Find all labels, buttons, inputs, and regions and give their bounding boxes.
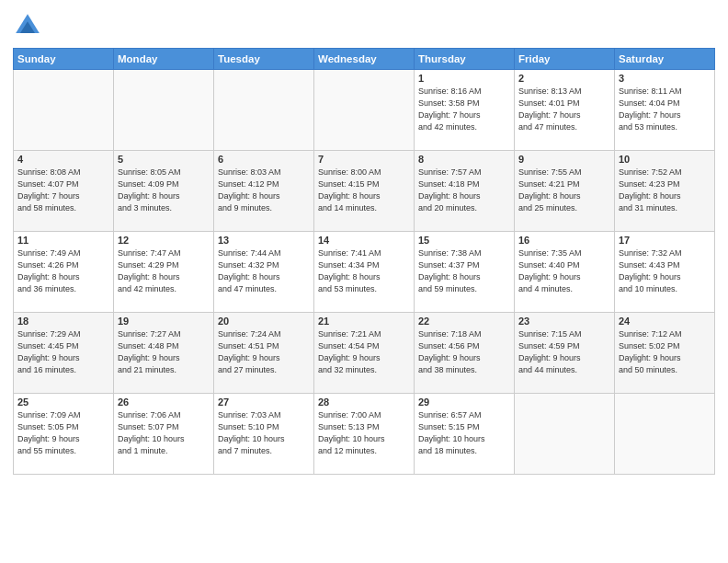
day-cell: 8Sunrise: 7:57 AM Sunset: 4:18 PM Daylig… <box>415 151 515 232</box>
day-info: Sunrise: 8:11 AM Sunset: 4:04 PM Dayligh… <box>619 86 711 133</box>
day-info: Sunrise: 7:47 AM Sunset: 4:29 PM Dayligh… <box>118 247 210 295</box>
day-cell: 9Sunrise: 7:55 AM Sunset: 4:21 PM Daylig… <box>515 151 615 232</box>
day-info: Sunrise: 7:18 AM Sunset: 4:56 PM Dayligh… <box>418 328 510 376</box>
day-number: 21 <box>318 316 410 327</box>
header-row: SundayMondayTuesdayWednesdayThursdayFrid… <box>14 49 715 70</box>
day-cell: 25Sunrise: 7:09 AM Sunset: 5:05 PM Dayli… <box>14 394 114 475</box>
day-number: 29 <box>418 396 510 408</box>
day-number: 23 <box>518 316 610 327</box>
day-cell: 27Sunrise: 7:03 AM Sunset: 5:10 PM Dayli… <box>214 394 314 475</box>
day-cell: 12Sunrise: 7:47 AM Sunset: 4:29 PM Dayli… <box>114 232 214 313</box>
day-info: Sunrise: 7:27 AM Sunset: 4:48 PM Dayligh… <box>118 328 210 376</box>
day-cell: 14Sunrise: 7:41 AM Sunset: 4:34 PM Dayli… <box>314 232 415 313</box>
day-number: 7 <box>318 154 410 165</box>
calendar-table: SundayMondayTuesdayWednesdayThursdayFrid… <box>13 48 715 475</box>
day-cell: 18Sunrise: 7:29 AM Sunset: 4:45 PM Dayli… <box>14 313 114 394</box>
day-number: 11 <box>17 235 109 246</box>
day-info: Sunrise: 7:15 AM Sunset: 4:59 PM Dayligh… <box>518 328 610 376</box>
day-cell: 17Sunrise: 7:32 AM Sunset: 4:43 PM Dayli… <box>615 232 715 313</box>
week-row-1: 1Sunrise: 8:16 AM Sunset: 3:58 PM Daylig… <box>14 70 715 151</box>
header <box>13 11 715 40</box>
day-number: 26 <box>118 396 210 408</box>
day-cell <box>14 70 114 151</box>
day-number: 15 <box>418 235 510 246</box>
day-cell: 19Sunrise: 7:27 AM Sunset: 4:48 PM Dayli… <box>114 313 214 394</box>
day-info: Sunrise: 7:52 AM Sunset: 4:23 PM Dayligh… <box>619 167 711 214</box>
day-cell: 28Sunrise: 7:00 AM Sunset: 5:13 PM Dayli… <box>314 394 415 475</box>
day-number: 17 <box>619 235 711 246</box>
col-header-monday: Monday <box>114 49 214 70</box>
day-number: 16 <box>518 235 610 246</box>
day-number: 28 <box>318 396 410 408</box>
week-row-4: 18Sunrise: 7:29 AM Sunset: 4:45 PM Dayli… <box>14 313 715 394</box>
day-number: 22 <box>418 316 510 327</box>
day-number: 6 <box>218 154 310 165</box>
day-info: Sunrise: 7:35 AM Sunset: 4:40 PM Dayligh… <box>518 247 610 295</box>
day-info: Sunrise: 7:38 AM Sunset: 4:37 PM Dayligh… <box>418 247 510 295</box>
day-cell <box>214 70 314 151</box>
day-cell: 23Sunrise: 7:15 AM Sunset: 4:59 PM Dayli… <box>515 313 615 394</box>
day-info: Sunrise: 7:55 AM Sunset: 4:21 PM Dayligh… <box>518 167 610 214</box>
day-number: 12 <box>118 235 210 246</box>
day-number: 25 <box>17 396 109 408</box>
day-number: 27 <box>218 396 310 408</box>
logo <box>13 11 46 40</box>
day-number: 19 <box>118 316 210 327</box>
day-cell <box>615 394 715 475</box>
day-info: Sunrise: 7:29 AM Sunset: 4:45 PM Dayligh… <box>17 328 109 376</box>
day-number: 8 <box>418 154 510 165</box>
day-number: 10 <box>619 154 711 165</box>
day-info: Sunrise: 8:08 AM Sunset: 4:07 PM Dayligh… <box>17 167 109 214</box>
week-row-3: 11Sunrise: 7:49 AM Sunset: 4:26 PM Dayli… <box>14 232 715 313</box>
page: SundayMondayTuesdayWednesdayThursdayFrid… <box>0 0 728 563</box>
day-info: Sunrise: 7:24 AM Sunset: 4:51 PM Dayligh… <box>218 328 310 376</box>
day-info: Sunrise: 7:41 AM Sunset: 4:34 PM Dayligh… <box>318 247 410 295</box>
day-cell: 11Sunrise: 7:49 AM Sunset: 4:26 PM Dayli… <box>14 232 114 313</box>
day-info: Sunrise: 7:21 AM Sunset: 4:54 PM Dayligh… <box>318 328 410 376</box>
day-info: Sunrise: 8:05 AM Sunset: 4:09 PM Dayligh… <box>118 167 210 214</box>
day-info: Sunrise: 7:09 AM Sunset: 5:05 PM Dayligh… <box>17 409 109 457</box>
day-cell: 5Sunrise: 8:05 AM Sunset: 4:09 PM Daylig… <box>114 151 214 232</box>
day-info: Sunrise: 8:13 AM Sunset: 4:01 PM Dayligh… <box>518 86 610 133</box>
day-number: 14 <box>318 235 410 246</box>
day-number: 1 <box>418 73 510 84</box>
week-row-2: 4Sunrise: 8:08 AM Sunset: 4:07 PM Daylig… <box>14 151 715 232</box>
day-cell: 6Sunrise: 8:03 AM Sunset: 4:12 PM Daylig… <box>214 151 314 232</box>
day-info: Sunrise: 8:03 AM Sunset: 4:12 PM Dayligh… <box>218 167 310 214</box>
day-info: Sunrise: 7:03 AM Sunset: 5:10 PM Dayligh… <box>218 409 310 457</box>
day-number: 13 <box>218 235 310 246</box>
day-cell: 7Sunrise: 8:00 AM Sunset: 4:15 PM Daylig… <box>314 151 415 232</box>
day-cell: 1Sunrise: 8:16 AM Sunset: 3:58 PM Daylig… <box>415 70 515 151</box>
day-info: Sunrise: 6:57 AM Sunset: 5:15 PM Dayligh… <box>418 409 510 457</box>
day-number: 24 <box>619 316 711 327</box>
day-number: 20 <box>218 316 310 327</box>
day-cell: 22Sunrise: 7:18 AM Sunset: 4:56 PM Dayli… <box>415 313 515 394</box>
day-info: Sunrise: 7:12 AM Sunset: 5:02 PM Dayligh… <box>619 328 711 376</box>
col-header-tuesday: Tuesday <box>214 49 314 70</box>
logo-icon <box>13 11 42 40</box>
day-number: 3 <box>619 73 711 84</box>
day-number: 18 <box>17 316 109 327</box>
col-header-friday: Friday <box>515 49 615 70</box>
day-info: Sunrise: 7:57 AM Sunset: 4:18 PM Dayligh… <box>418 167 510 214</box>
col-header-sunday: Sunday <box>14 49 114 70</box>
day-number: 5 <box>118 154 210 165</box>
day-info: Sunrise: 7:00 AM Sunset: 5:13 PM Dayligh… <box>318 409 410 457</box>
week-row-5: 25Sunrise: 7:09 AM Sunset: 5:05 PM Dayli… <box>14 394 715 475</box>
day-info: Sunrise: 7:06 AM Sunset: 5:07 PM Dayligh… <box>118 409 210 457</box>
day-cell <box>515 394 615 475</box>
day-cell: 10Sunrise: 7:52 AM Sunset: 4:23 PM Dayli… <box>615 151 715 232</box>
day-cell: 2Sunrise: 8:13 AM Sunset: 4:01 PM Daylig… <box>515 70 615 151</box>
day-cell: 15Sunrise: 7:38 AM Sunset: 4:37 PM Dayli… <box>415 232 515 313</box>
col-header-wednesday: Wednesday <box>314 49 415 70</box>
day-cell: 24Sunrise: 7:12 AM Sunset: 5:02 PM Dayli… <box>615 313 715 394</box>
day-info: Sunrise: 7:32 AM Sunset: 4:43 PM Dayligh… <box>619 247 711 295</box>
day-cell <box>314 70 415 151</box>
day-cell <box>114 70 214 151</box>
col-header-saturday: Saturday <box>615 49 715 70</box>
day-number: 2 <box>518 73 610 84</box>
day-cell: 26Sunrise: 7:06 AM Sunset: 5:07 PM Dayli… <box>114 394 214 475</box>
day-cell: 29Sunrise: 6:57 AM Sunset: 5:15 PM Dayli… <box>415 394 515 475</box>
day-info: Sunrise: 7:44 AM Sunset: 4:32 PM Dayligh… <box>218 247 310 295</box>
day-cell: 3Sunrise: 8:11 AM Sunset: 4:04 PM Daylig… <box>615 70 715 151</box>
